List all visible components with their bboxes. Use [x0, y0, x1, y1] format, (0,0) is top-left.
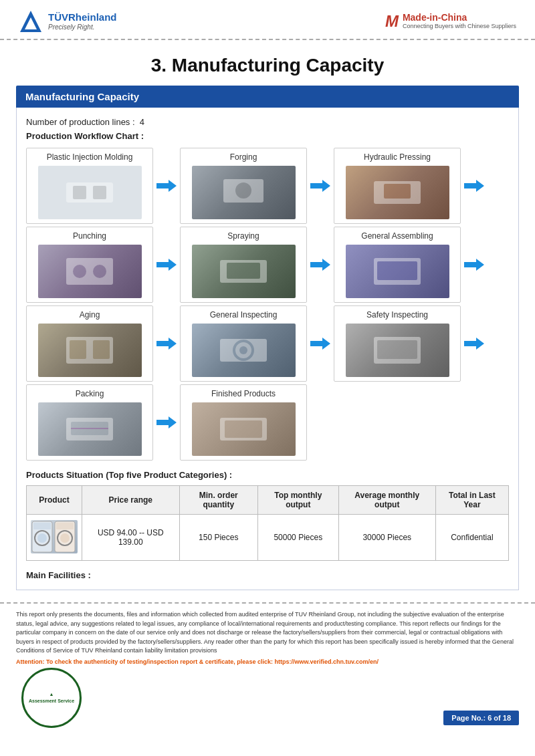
wf-title-spraying: Spraying: [227, 231, 259, 241]
production-lines-info: Number of production lines : 4: [26, 117, 509, 127]
wf-img-aging: [38, 324, 142, 377]
wf-cell-spraying: Spraying: [180, 227, 307, 303]
arrow-1-end: [462, 178, 486, 193]
mic-text: Made-in-China Connecting Buyers with Chi…: [403, 13, 516, 29]
td-total-last: Confidential: [435, 515, 508, 561]
wf-img-assembling: [346, 245, 449, 298]
svg-marker-25: [156, 338, 177, 350]
wf-img-ginspecting: [192, 324, 296, 377]
stamp-line: ▲: [29, 691, 74, 698]
wf-cell-aging: Aging: [26, 305, 153, 382]
th-total-last: Total in Last Year: [435, 486, 508, 515]
td-min-order: 150 Pieces: [179, 515, 257, 561]
section-body: Number of production lines : 4 Productio…: [16, 108, 519, 590]
table-header-row: Product Price range Min. order quantity …: [27, 486, 509, 515]
svg-rect-31: [377, 340, 417, 359]
page: TÜVRheinland Precisely Right. M Made-in-…: [0, 0, 535, 756]
th-price: Price range: [82, 486, 180, 515]
workflow-label: Production Workflow Chart :: [26, 131, 509, 141]
wf-cell-hydraulic: Hydraulic Pressing: [334, 148, 461, 224]
arrow-2-1: [154, 257, 179, 272]
arrow-3-1: [154, 336, 179, 351]
wf-title-finished: Finished Products: [211, 389, 276, 398]
wf-cell-ginspecting: General Inspecting: [180, 305, 307, 382]
svg-point-41: [37, 533, 47, 543]
arrow-2-end: [462, 257, 486, 272]
arrow-3-2: [308, 336, 332, 351]
svg-rect-23: [70, 340, 86, 359]
svg-marker-11: [464, 180, 484, 192]
wf-title-hydraulic: Hydraulic Pressing: [364, 152, 431, 162]
product-thumbnail: [31, 520, 78, 553]
wf-title-sinspecting: Safety Inspecting: [366, 310, 428, 320]
svg-point-28: [239, 346, 247, 354]
svg-rect-24: [93, 340, 110, 359]
arrow-4-1: [154, 415, 179, 430]
th-product: Product: [27, 486, 82, 515]
arrow-1-1: [154, 178, 179, 193]
page-number: Page No.: 6 of 18: [443, 711, 519, 725]
footer-disclaimer: This report only presents the documents,…: [16, 610, 519, 656]
workflow-container: Plastic Injection Molding: [26, 148, 509, 461]
stamp-text: Assessment Service: [29, 698, 74, 705]
svg-point-14: [93, 265, 106, 278]
wf-cell-plastic-injection: Plastic Injection Molding: [26, 148, 153, 224]
wf-cell-punching: Punching: [26, 227, 153, 303]
th-top-monthly: Top monthly output: [257, 486, 338, 515]
wf-title-ginspecting: General Inspecting: [210, 310, 278, 320]
wf-img-sinspecting: [346, 324, 449, 377]
workflow-row-4: Packing Finished Product: [26, 384, 509, 461]
table-row: USD 94.00 -- USD 139.00 150 Pieces 50000…: [27, 515, 509, 561]
svg-rect-17: [227, 263, 260, 279]
svg-point-13: [73, 265, 86, 278]
svg-rect-46: [56, 523, 74, 529]
svg-rect-20: [377, 261, 417, 280]
svg-marker-15: [156, 259, 177, 271]
wf-title-punching: Punching: [73, 231, 106, 241]
page-title: 3. Manufacturing Capacity: [0, 40, 535, 86]
mic-brand-name: Made-in-China: [403, 13, 516, 23]
main-facilities-label: Main Facilities :: [26, 570, 509, 580]
wf-img-forging: [192, 166, 296, 219]
svg-point-45: [60, 533, 70, 543]
footer-attention-text: Attention: To check the authenticity of …: [16, 658, 273, 665]
wf-img-finished: [192, 402, 296, 456]
arrow-3-end: [462, 336, 486, 351]
arrow-2-2: [308, 257, 332, 272]
wf-title-plastic: Plastic Injection Molding: [47, 152, 133, 162]
footer-link[interactable]: https://www.verified.chn.tuv.com/en/: [274, 658, 379, 665]
header: TÜVRheinland Precisely Right. M Made-in-…: [0, 0, 535, 40]
svg-marker-5: [156, 180, 177, 192]
td-avg-monthly: 30000 Pieces: [338, 515, 435, 561]
wf-title-assembling: General Assembling: [361, 231, 433, 241]
wf-img-packing: [38, 402, 142, 456]
production-lines-label: Number of production lines :: [26, 117, 135, 127]
svg-marker-18: [310, 259, 330, 271]
workflow-row-3: Aging General Inspecting: [26, 305, 509, 382]
td-product-img: [27, 515, 82, 561]
tuv-logo: TÜVRheinland Precisely Right.: [19, 9, 117, 33]
svg-rect-4: [93, 186, 106, 199]
wf-cell-sinspecting: Safety Inspecting: [334, 305, 461, 382]
svg-point-7: [235, 182, 251, 199]
svg-marker-32: [464, 338, 484, 350]
footer-attention: Attention: To check the authenticity of …: [16, 658, 519, 665]
wf-img-spraying: [192, 245, 296, 298]
mic-m-icon: M: [385, 12, 399, 31]
products-situation-label: Products Situation (Top five Product Cat…: [26, 470, 509, 480]
svg-marker-29: [310, 338, 330, 350]
th-min-order: Min. order quantity: [179, 486, 257, 515]
mic-sub: Connecting Buyers with Chinese Suppliers: [403, 23, 516, 30]
svg-marker-8: [310, 180, 330, 192]
svg-marker-21: [464, 259, 484, 271]
svg-rect-3: [73, 186, 86, 199]
svg-marker-36: [156, 416, 177, 428]
workflow-row-2: Punching Spraying: [26, 227, 509, 303]
wf-title-packing: Packing: [76, 389, 104, 398]
wf-title-forging: Forging: [230, 152, 257, 162]
td-price: USD 94.00 -- USD 139.00: [82, 515, 180, 561]
td-top-monthly: 50000 Pieces: [257, 515, 338, 561]
wf-img-plastic: [38, 166, 142, 219]
footer: This report only presents the documents,…: [0, 602, 535, 728]
wf-title-aging: Aging: [80, 310, 100, 320]
